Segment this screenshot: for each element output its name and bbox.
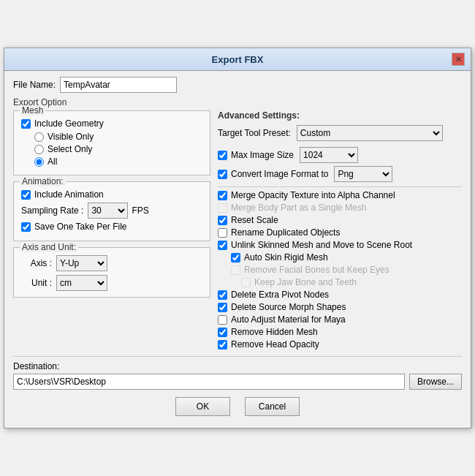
- auto-adjust-material-label: Auto Adjust Material for Maya: [231, 314, 346, 325]
- fps-label: FPS: [132, 205, 148, 216]
- reset-scale-label: Reset Scale: [231, 215, 278, 225]
- rename-duplicated-checkbox[interactable]: [218, 228, 227, 238]
- ok-button[interactable]: OK: [175, 397, 230, 416]
- axis-label: Axis :: [21, 258, 52, 268]
- all-row: All: [34, 156, 202, 167]
- include-geometry-checkbox[interactable]: [21, 119, 31, 129]
- animation-group: Animation: Include Animation Sampling Ra…: [13, 181, 210, 241]
- save-one-take-row: Save One Take Per File: [21, 222, 202, 232]
- reset-scale-checkbox[interactable]: [218, 216, 227, 225]
- delete-source-morph-row: Delete Source Morph Shapes: [218, 302, 462, 312]
- button-row: OK Cancel: [13, 397, 462, 422]
- target-tool-preset-row: Target Tool Preset: Custom Unity Unreal …: [218, 125, 462, 141]
- convert-image-format-row: Convert Image Format to Png Jpg Tga: [218, 166, 462, 182]
- remove-head-opacity-checkbox[interactable]: [218, 340, 227, 350]
- save-one-take-label: Save One Take Per File: [34, 222, 127, 232]
- sampling-rate-label: Sampling Rate :: [21, 205, 83, 216]
- keep-jaw-label: Keep Jaw Bone and Teeth: [254, 277, 357, 287]
- select-only-row: Select Only: [34, 144, 202, 154]
- select-only-label: Select Only: [48, 144, 92, 154]
- max-image-size-label: Max Image Size: [231, 150, 294, 160]
- reset-scale-row: Reset Scale: [218, 215, 462, 225]
- destination-section: Destination: Browse...: [13, 356, 462, 390]
- sampling-rate-select[interactable]: 30 24 60: [88, 203, 128, 219]
- include-geometry-row: Include Geometry: [21, 118, 202, 129]
- file-name-input[interactable]: [60, 77, 177, 93]
- remove-facial-row: Remove Facial Bones but Keep Eyes: [231, 265, 462, 275]
- rename-duplicated-row: Rename Duplicated Objects: [218, 227, 462, 238]
- advanced-settings-title: Advanced Settings:: [218, 110, 462, 121]
- visible-only-label: Visible Only: [48, 132, 94, 142]
- axis-select[interactable]: Y-Up Z-Up: [56, 255, 107, 271]
- export-fbx-dialog: Export FBX ✕ File Name: Export Option Me…: [4, 48, 471, 428]
- merge-body-part-checkbox[interactable]: [218, 203, 227, 213]
- delete-extra-pivot-checkbox[interactable]: [218, 290, 227, 300]
- convert-image-format-checkbox[interactable]: [218, 170, 227, 179]
- destination-row: Browse...: [13, 374, 462, 390]
- include-animation-label: Include Animation: [34, 189, 104, 200]
- axis-unit-group-title: Axis and Unit:: [20, 242, 78, 252]
- visible-only-radio[interactable]: [34, 132, 44, 142]
- unit-label: Unit :: [21, 278, 52, 288]
- auto-adjust-material-checkbox[interactable]: [218, 315, 227, 325]
- merge-opacity-row: Merge Opacity Texture into Alpha Channel: [218, 190, 462, 200]
- remove-hidden-mesh-checkbox[interactable]: [218, 328, 227, 337]
- remove-facial-checkbox[interactable]: [231, 265, 240, 275]
- include-animation-checkbox[interactable]: [21, 190, 31, 200]
- destination-path-input[interactable]: [13, 374, 405, 390]
- max-image-size-select[interactable]: 512 1024 2048 4096: [300, 147, 358, 163]
- auto-adjust-material-row: Auto Adjust Material for Maya: [218, 314, 462, 325]
- browse-button[interactable]: Browse...: [409, 374, 462, 390]
- merge-opacity-checkbox[interactable]: [218, 191, 227, 200]
- target-tool-preset-select[interactable]: Custom Unity Unreal Blender: [297, 125, 443, 141]
- remove-hidden-mesh-label: Remove Hidden Mesh: [231, 327, 318, 337]
- unlink-skinned-row: Unlink Skinned Mesh and Move to Scene Ro…: [218, 240, 462, 250]
- mesh-group-title: Mesh: [20, 105, 45, 116]
- delete-source-morph-label: Delete Source Morph Shapes: [231, 302, 346, 312]
- cancel-button[interactable]: Cancel: [245, 397, 300, 416]
- export-option-label: Export Option: [13, 97, 462, 107]
- destination-label: Destination:: [13, 361, 462, 371]
- target-tool-preset-label: Target Tool Preset:: [218, 128, 291, 138]
- merge-body-part-row: Merge Body Part as a Single Mesh: [218, 203, 462, 213]
- remove-facial-label: Remove Facial Bones but Keep Eyes: [244, 265, 390, 275]
- keep-jaw-checkbox[interactable]: [241, 278, 251, 287]
- remove-hidden-mesh-row: Remove Hidden Mesh: [218, 327, 462, 337]
- max-image-size-row: Max Image Size 512 1024 2048 4096: [218, 147, 462, 163]
- delete-extra-pivot-label: Delete Extra Pivot Nodes: [231, 290, 329, 300]
- convert-image-format-label: Convert Image Format to: [231, 169, 328, 179]
- max-image-size-checkbox[interactable]: [218, 151, 227, 160]
- title-bar: Export FBX ✕: [4, 48, 471, 71]
- keep-jaw-row: Keep Jaw Bone and Teeth: [241, 277, 462, 287]
- save-one-take-checkbox[interactable]: [21, 222, 31, 232]
- delete-source-morph-checkbox[interactable]: [218, 303, 227, 312]
- all-label: All: [48, 156, 57, 167]
- unit-select[interactable]: cm m inch: [56, 275, 107, 291]
- merge-body-part-label: Merge Body Part as a Single Mesh: [231, 203, 366, 213]
- merge-opacity-label: Merge Opacity Texture into Alpha Channel: [231, 190, 395, 200]
- remove-head-opacity-row: Remove Head Opacity: [218, 339, 462, 350]
- convert-image-format-select[interactable]: Png Jpg Tga: [334, 166, 392, 182]
- axis-unit-group: Axis and Unit: Axis : Y-Up Z-Up Unit :: [13, 247, 210, 298]
- auto-skin-row: Auto Skin Rigid Mesh: [231, 252, 462, 262]
- auto-skin-checkbox[interactable]: [231, 253, 240, 262]
- file-name-label: File Name:: [13, 80, 56, 90]
- visible-only-row: Visible Only: [34, 132, 202, 142]
- remove-head-opacity-label: Remove Head Opacity: [231, 339, 319, 350]
- sampling-rate-row: Sampling Rate : 30 24 60 FPS: [21, 203, 202, 219]
- close-button[interactable]: ✕: [452, 53, 465, 66]
- animation-group-title: Animation:: [20, 176, 66, 186]
- mesh-group: Mesh Include Geometry Visible Only Se: [13, 110, 210, 175]
- rename-duplicated-label: Rename Duplicated Objects: [231, 227, 340, 238]
- include-animation-row: Include Animation: [21, 189, 202, 200]
- dialog-title: Export FBX: [23, 54, 452, 65]
- include-geometry-label: Include Geometry: [34, 118, 104, 129]
- select-only-radio[interactable]: [34, 145, 44, 154]
- unlink-skinned-label: Unlink Skinned Mesh and Move to Scene Ro…: [231, 240, 412, 250]
- auto-skin-label: Auto Skin Rigid Mesh: [244, 252, 328, 262]
- unlink-skinned-checkbox[interactable]: [218, 241, 227, 250]
- delete-extra-pivot-row: Delete Extra Pivot Nodes: [218, 290, 462, 300]
- all-radio[interactable]: [34, 157, 44, 167]
